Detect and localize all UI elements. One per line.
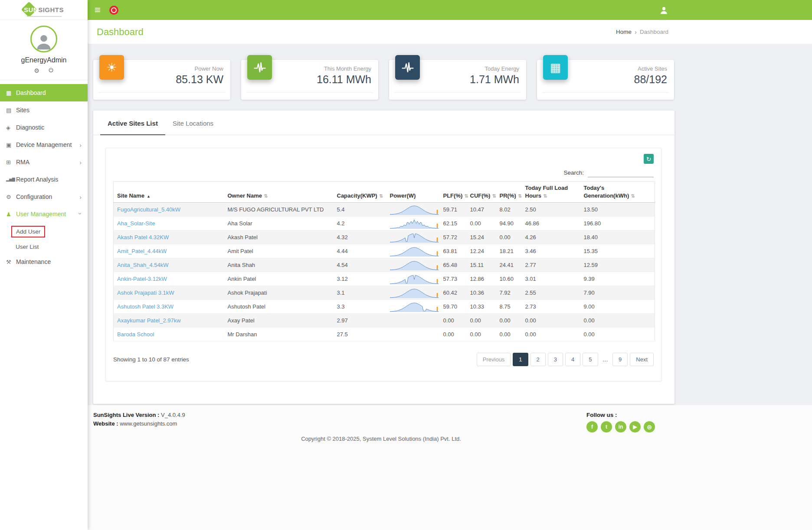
column-header-plf[interactable]: PLF(%)⇅	[440, 182, 467, 203]
copyright: Copyright © 2018-2025, System Level Solu…	[88, 436, 674, 442]
sort-icon: ⇅	[543, 193, 547, 198]
column-header-site-name[interactable]: Site Name▲	[114, 182, 224, 203]
table-row: Anita_Shah_4.54kWAnita Shah4.5465.4815.1…	[114, 258, 655, 272]
sidebar-item-add-user[interactable]: Add User	[0, 223, 88, 241]
stat-value: 88/192	[580, 73, 667, 86]
power-sparkline	[386, 314, 440, 328]
full-load-hours-cell: 2.55	[522, 286, 580, 300]
stat-label: This Month Energy	[285, 65, 371, 72]
column-header-power-w[interactable]: Power(W)	[386, 182, 440, 203]
plf-cell: 62.15	[440, 217, 467, 231]
sidebar-item-configuration[interactable]: ⚙Configuration›	[0, 188, 88, 205]
column-header-owner-name[interactable]: Owner Name⇅	[224, 182, 334, 203]
table-row: FugoAgricultural_5.40kWM/S FUGO AGRICULT…	[114, 203, 655, 217]
site-name-link[interactable]: Akash Patel 4.32KW	[117, 234, 169, 241]
linkedin-icon[interactable]: in	[615, 421, 626, 432]
power-sparkline-chart	[390, 204, 439, 215]
column-header-today-s-generation-kwh[interactable]: Today's Generation(kWh)⇅	[580, 182, 655, 203]
generation-cell: 13.50	[580, 203, 655, 217]
settings-gear-icon[interactable]: ⚙	[34, 68, 39, 74]
page-button-2[interactable]: 2	[530, 353, 546, 366]
power-sparkline	[386, 231, 440, 244]
sidebar-item-dashboard[interactable]: ▦Dashboard	[0, 84, 88, 101]
page-button-5[interactable]: 5	[583, 353, 598, 366]
social-row: ftin▶◎	[586, 421, 655, 432]
site-name-link[interactable]: Axaykumar Patel_2.97kw	[117, 317, 181, 324]
sidebar-item-label: Maintenance	[16, 258, 51, 265]
sidebar-item-diagnostic[interactable]: ◈Diagnostic	[0, 119, 88, 136]
sidebar-item-report-analysis[interactable]: ▂▅▇Report Analysis	[0, 171, 88, 188]
cuf-cell: 0.00	[467, 217, 496, 231]
power-sparkline	[386, 244, 440, 258]
sort-icon: ⇅	[379, 193, 383, 198]
sidebar-item-label: Device Management	[16, 141, 72, 148]
search-input[interactable]	[588, 168, 654, 177]
user-menu-icon[interactable]	[659, 6, 668, 15]
page-button-9[interactable]: 9	[612, 353, 628, 366]
sidebar-item-label: User Management	[16, 211, 66, 218]
breadcrumb-home-link[interactable]: Home	[616, 29, 632, 35]
previous-page-button[interactable]: Previous	[477, 353, 511, 366]
sidebar-item-rma[interactable]: ⊞RMA›	[0, 153, 88, 171]
site-name-link[interactable]: Ashutosh Patel 3.3KW	[117, 303, 174, 310]
page-button-3[interactable]: 3	[548, 353, 563, 366]
capacity-cell: 4.32	[334, 231, 386, 244]
site-name-link[interactable]: Baroda School	[117, 331, 154, 338]
page-header: Dashboard Home › Dashboard	[88, 20, 812, 44]
sites-grid-icon: ▦	[543, 55, 568, 80]
site-name-link[interactable]: Ankin-Patel-3.12kW	[117, 276, 167, 282]
column-header-pr[interactable]: PR(%)⇅	[496, 182, 522, 203]
site-name-link[interactable]: Anita_Shah_4.54kW	[117, 262, 169, 268]
page-button-4[interactable]: 4	[565, 353, 580, 366]
facebook-icon[interactable]: f	[586, 421, 598, 432]
site-name-link[interactable]: FugoAgricultural_5.40kW	[117, 206, 180, 213]
next-page-button[interactable]: Next	[630, 353, 654, 366]
sort-icon: ⇅	[264, 193, 268, 198]
content-area: ☀Power Now85.13 KWThis Month Energy16.11…	[88, 44, 812, 405]
configuration-icon: ⚙	[6, 194, 16, 200]
pr-cell: 0.00	[496, 314, 522, 328]
pr-cell: 24.41	[496, 258, 522, 272]
youtube-icon[interactable]: ▶	[629, 421, 641, 432]
brand-logo[interactable]: SUNSIGHTS	[0, 0, 88, 20]
logout-power-icon[interactable]	[48, 67, 54, 74]
table-row: Ashok Prajapati 3.1kWAshok Prajapati3.16…	[114, 286, 655, 300]
generation-cell: 0.00	[580, 314, 655, 328]
stat-label: Active Sites	[580, 65, 667, 72]
report-analysis-icon: ▂▅▇	[6, 177, 16, 182]
website-link[interactable]: www.getsunsights.com	[120, 420, 177, 427]
refresh-button[interactable]: ↻	[644, 154, 654, 164]
power-sparkline	[386, 272, 440, 286]
alerts-icon[interactable]	[109, 6, 118, 15]
sort-icon: ⇅	[492, 193, 496, 198]
sidebar-item-user-list[interactable]: User List	[0, 241, 88, 253]
page-button-1[interactable]: 1	[513, 353, 528, 366]
tab-active-sites-list[interactable]: Active Sites List	[100, 111, 165, 135]
power-sparkline	[386, 217, 440, 231]
site-name-link[interactable]: Ashok Prajapati 3.1kW	[117, 289, 174, 296]
owner-name-cell: Mr Darshan	[224, 328, 334, 341]
sidebar-item-sites[interactable]: ▤Sites	[0, 101, 88, 119]
pagination: Previous12345…9Next	[477, 353, 654, 366]
cuf-cell: 10.47	[467, 203, 496, 217]
column-header-today-full-load-hours[interactable]: Today Full Load Hours⇅	[522, 182, 580, 203]
tab-site-locations[interactable]: Site Locations	[165, 111, 221, 135]
full-load-hours-cell: 4.26	[522, 231, 580, 244]
sidebar-item-maintenance[interactable]: ⚒Maintenance	[0, 253, 88, 270]
capacity-cell: 2.97	[334, 314, 386, 328]
search-row: Search:	[113, 168, 654, 177]
table-body: FugoAgricultural_5.40kWM/S FUGO AGRICULT…	[114, 203, 655, 341]
column-header-capacity-kwp[interactable]: Capacity(KWP)⇅	[334, 182, 386, 203]
twitter-icon[interactable]: t	[601, 421, 612, 432]
menu-toggle-icon[interactable]: ≡	[95, 5, 101, 15]
instagram-icon[interactable]: ◎	[644, 421, 655, 432]
username: gEnergyAdmin	[0, 56, 88, 64]
site-name-link[interactable]: Aha_Solar-Site	[117, 220, 155, 227]
footer: SunSights Live Version : V_4.0.4.9 Websi…	[88, 405, 812, 530]
site-name-link[interactable]: Amit_Patel_4.44kW	[117, 248, 167, 254]
sidebar-item-device-management[interactable]: ▣Device Management›	[0, 136, 88, 153]
avatar	[30, 26, 57, 52]
column-header-cuf[interactable]: CUF(%)⇅	[467, 182, 496, 203]
capacity-cell: 3.12	[334, 272, 386, 286]
sidebar-item-user-management[interactable]: ♟User Management›	[0, 205, 88, 223]
